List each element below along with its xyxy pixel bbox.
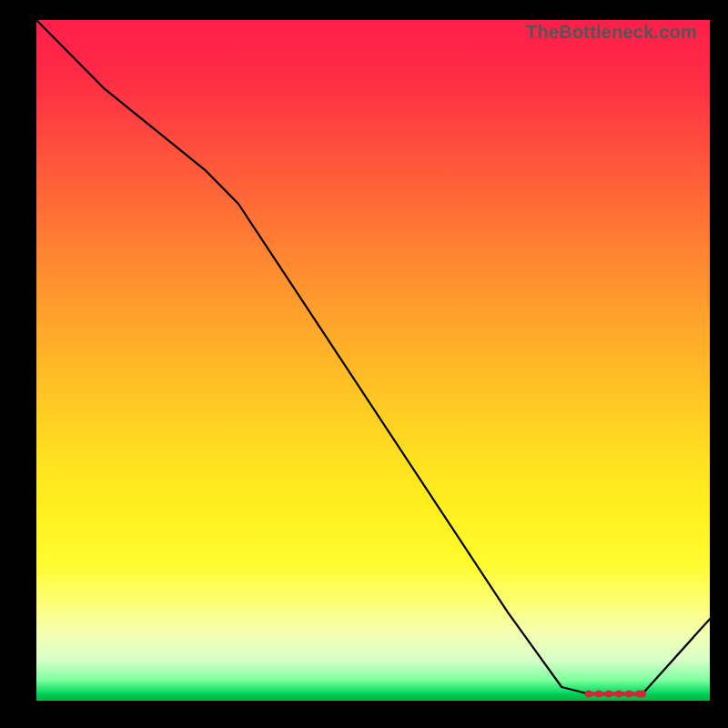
chart-svg bbox=[36, 20, 710, 701]
series-curve bbox=[36, 20, 710, 694]
flat-marker bbox=[585, 691, 592, 698]
flat-marker bbox=[595, 691, 602, 698]
plot-area: TheBottleneck.com bbox=[36, 20, 710, 701]
chart-frame: TheBottleneck.com bbox=[0, 0, 728, 728]
flat-marker bbox=[639, 691, 646, 698]
flat-marker bbox=[615, 691, 622, 698]
flat-marker bbox=[625, 691, 632, 698]
flat-marker bbox=[605, 691, 612, 698]
